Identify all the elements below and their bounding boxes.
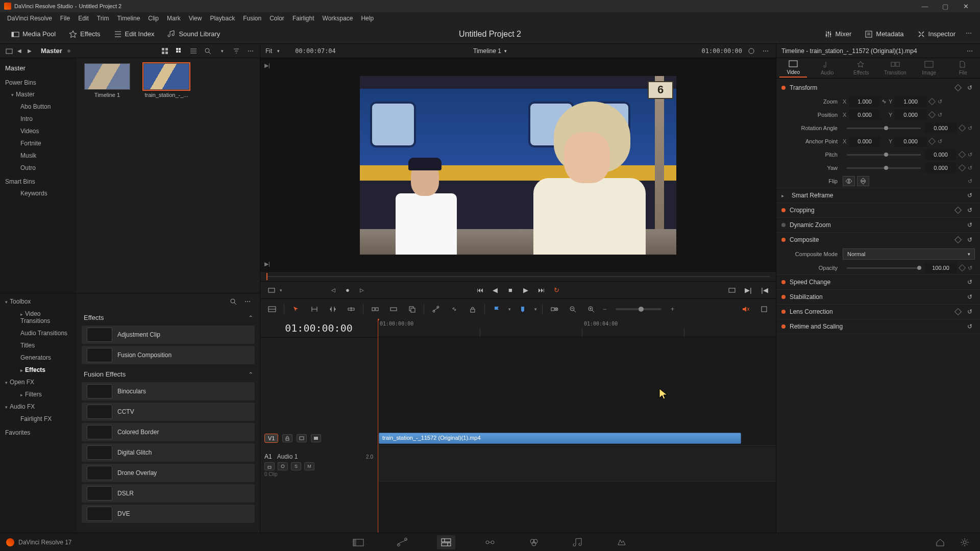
- transform-enable-dot[interactable]: [781, 86, 786, 90]
- crop-reset-icon[interactable]: ↺: [965, 205, 975, 215]
- menu-timeline[interactable]: Timeline: [113, 15, 144, 22]
- pitch-input[interactable]: [925, 149, 957, 160]
- timeline-options-icon[interactable]: [757, 303, 771, 316]
- power-bin-abo[interactable]: Abo Button: [0, 101, 77, 113]
- fx-group-effects[interactable]: Effects⌃: [82, 310, 255, 325]
- window-close[interactable]: ✕: [955, 3, 976, 10]
- blade-tool-icon[interactable]: [345, 303, 358, 316]
- bin-dropdown-icon[interactable]: [4, 46, 14, 56]
- lens-correction-header[interactable]: Lens Correction ↺: [776, 305, 980, 319]
- mute-icon[interactable]: [739, 303, 752, 316]
- zoom-link-icon[interactable]: [880, 98, 889, 105]
- page-media-icon[interactable]: [349, 535, 368, 549]
- selection-tool-icon[interactable]: [289, 303, 303, 316]
- v1-tag[interactable]: V1: [264, 434, 278, 443]
- mixer-toggle[interactable]: Mixer: [819, 28, 857, 40]
- menu-fusion[interactable]: Fusion: [239, 15, 265, 22]
- opacity-input[interactable]: [925, 263, 957, 273]
- link-toggle-icon[interactable]: [448, 303, 461, 316]
- power-bin-outro[interactable]: Outro: [0, 162, 77, 174]
- zoom-out-icon[interactable]: [566, 303, 579, 316]
- menu-davinci[interactable]: DaVinci Resolve: [3, 15, 56, 22]
- smart-bins-header[interactable]: Smart Bins: [0, 174, 77, 187]
- overwrite-clip-icon[interactable]: [387, 303, 400, 316]
- toolbox-node[interactable]: Toolbox: [0, 295, 77, 308]
- dynzoom-reset-icon[interactable]: ↺: [965, 220, 975, 230]
- overlay-mode-icon[interactable]: [265, 284, 278, 296]
- breadcrumb[interactable]: Master: [41, 47, 62, 55]
- fx-binoculars[interactable]: Binoculars: [82, 382, 255, 400]
- yaw-reset-icon[interactable]: ↺: [968, 165, 975, 171]
- zoom-in-icon[interactable]: [584, 303, 598, 316]
- a1-track-lane[interactable]: [378, 447, 776, 482]
- replace-clip-icon[interactable]: [405, 303, 419, 316]
- v1-auto-icon[interactable]: [297, 434, 307, 442]
- nav-back-icon[interactable]: ◀: [14, 46, 24, 56]
- home-icon[interactable]: [931, 535, 949, 549]
- timeline-tracks[interactable]: 01:00:00:00 01:00:04:00 train_station_-_…: [378, 319, 776, 533]
- fx-cat-titles[interactable]: Titles: [0, 339, 77, 352]
- sort-dropdown-icon[interactable]: ▾: [217, 46, 227, 56]
- page-deliver-icon[interactable]: [612, 535, 631, 549]
- settings-gear-icon[interactable]: [955, 535, 974, 549]
- stop-icon[interactable]: ■: [504, 284, 517, 296]
- yaw-input[interactable]: [925, 163, 957, 173]
- fx-cctv[interactable]: CCTV: [82, 403, 255, 421]
- cropping-header[interactable]: Cropping ↺: [776, 203, 980, 217]
- composite-mode-select[interactable]: Normal▾: [843, 248, 975, 260]
- a1-arm-icon[interactable]: [278, 462, 288, 470]
- dynamic-zoom-header[interactable]: Dynamic Zoom ↺: [776, 218, 980, 232]
- inspector-tab-video[interactable]: Video: [779, 59, 807, 78]
- menu-workspace[interactable]: Workspace: [318, 15, 357, 22]
- retime-reset-icon[interactable]: ↺: [965, 321, 975, 332]
- goto-last-icon[interactable]: ⏭: [535, 284, 547, 296]
- lock-icon[interactable]: [466, 303, 479, 316]
- anchor-keyframe-icon[interactable]: [928, 138, 936, 145]
- retime-header[interactable]: Retime and Scaling ↺: [776, 319, 980, 334]
- smart-reframe-header[interactable]: ▸ Smart Reframe ↺: [776, 188, 980, 203]
- viewer-timecode[interactable]: 01:00:00:00: [702, 47, 742, 55]
- power-bin-master[interactable]: Master: [0, 88, 77, 101]
- menu-fairlight[interactable]: Fairlight: [288, 15, 318, 22]
- pitch-reset-icon[interactable]: ↺: [968, 152, 975, 158]
- a1-solo-button[interactable]: S: [291, 462, 301, 470]
- workspace-more-icon[interactable]: ⋯: [964, 28, 974, 38]
- a1-track-header[interactable]: A1 Audio 1 2.0 S M 0 Clip: [260, 451, 377, 482]
- menu-edit[interactable]: Edit: [74, 15, 93, 22]
- jog-next-top-icon[interactable]: ▶|: [264, 62, 272, 69]
- yaw-keyframe-icon[interactable]: [959, 164, 966, 171]
- sound-library-toggle[interactable]: Sound Library: [162, 28, 225, 40]
- timeline-view-options-icon[interactable]: [265, 303, 279, 316]
- menu-help[interactable]: Help: [357, 15, 378, 22]
- inspector-tab-file[interactable]: File: [949, 59, 977, 77]
- yaw-slider[interactable]: [847, 167, 921, 169]
- timeline-ruler[interactable]: 01:00:00:00 01:00:04:00: [378, 319, 776, 337]
- playhead-line[interactable]: [378, 319, 378, 533]
- insert-clip-icon[interactable]: [369, 303, 382, 316]
- menu-view[interactable]: View: [185, 15, 206, 22]
- fx-drone-overlay[interactable]: Drone Overlay: [82, 464, 255, 482]
- pos-x-input[interactable]: [849, 110, 880, 120]
- opacity-reset-icon[interactable]: ↺: [968, 265, 975, 271]
- zoom-reset-icon[interactable]: ↺: [938, 98, 945, 105]
- smart-reframe-reset-icon[interactable]: ↺: [965, 190, 975, 201]
- opacity-slider[interactable]: [847, 267, 921, 269]
- view-thumb-sm-icon[interactable]: [160, 46, 170, 56]
- trim-edit-tool-icon[interactable]: [308, 303, 321, 316]
- v1-disable-icon[interactable]: [311, 434, 321, 442]
- composite-header[interactable]: Composite ↺: [776, 233, 980, 247]
- composite-reset-icon[interactable]: ↺: [965, 235, 975, 245]
- inspector-expand-icon[interactable]: ⋯: [965, 46, 975, 56]
- lens-enable-dot[interactable]: [781, 310, 786, 314]
- viewer-tc-options-icon[interactable]: [746, 46, 756, 56]
- stab-enable-dot[interactable]: [781, 295, 786, 299]
- rot-keyframe-icon[interactable]: [959, 124, 966, 132]
- v1-track-header[interactable]: V1: [260, 431, 377, 446]
- edit-index-toggle[interactable]: Edit Index: [109, 28, 160, 40]
- zoom-y-input[interactable]: [895, 96, 926, 107]
- goto-first-icon[interactable]: ⏮: [474, 284, 486, 296]
- view-thumb-lg-icon[interactable]: [174, 46, 184, 56]
- viewer-timeline-name[interactable]: Timeline 1: [473, 47, 501, 55]
- a1-lock-icon[interactable]: [264, 462, 275, 470]
- dynzoom-enable-dot[interactable]: [781, 223, 786, 227]
